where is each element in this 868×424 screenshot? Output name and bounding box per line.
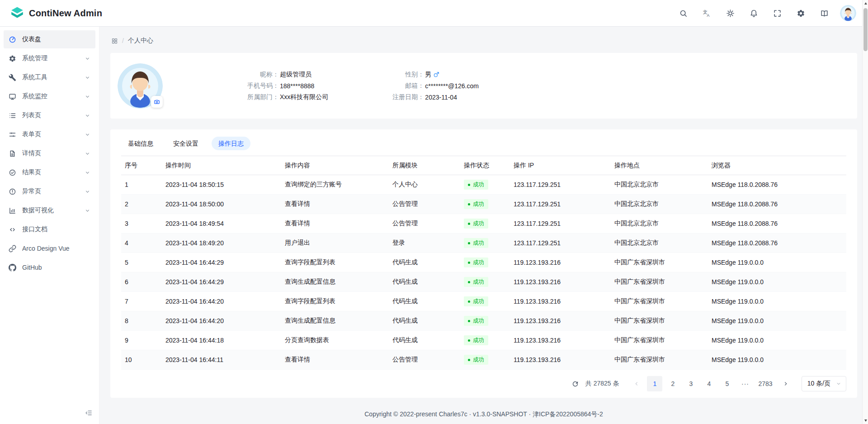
sidebar-item-api-docs[interactable]: 接口文档 xyxy=(4,220,95,238)
status-dot xyxy=(468,339,470,342)
check-circle-icon xyxy=(9,169,16,176)
scroll-up-arrow[interactable] xyxy=(863,0,868,7)
main-content: / 个人中心 昵称：超级管理员手机号码：188****8888所属部门：Xxx科… xyxy=(99,27,868,424)
sidebar-item-dashboard[interactable]: 仪表盘 xyxy=(4,30,95,48)
sidebar-item-system-monitor[interactable]: 系统监控 xyxy=(4,87,95,105)
status-dot xyxy=(468,242,470,244)
next-page-button[interactable] xyxy=(778,376,793,391)
cell: 分页查询数据表 xyxy=(281,331,389,350)
cell-status: 成功 xyxy=(460,195,510,214)
cell: 中国北京北京市 xyxy=(611,214,708,233)
sidebar-item-label: 列表页 xyxy=(22,111,41,119)
chevron-down-icon xyxy=(85,170,90,176)
status-text: 成功 xyxy=(473,260,484,266)
translate-button[interactable]: 文A xyxy=(699,5,714,21)
change-avatar-button[interactable] xyxy=(151,96,163,108)
cell: 中国北京北京市 xyxy=(611,195,708,214)
cell: MSEdge 118.0.2088.76 xyxy=(708,175,846,195)
cell: 中国北京北京市 xyxy=(611,175,708,195)
sidebar-item-github[interactable]: GitHub xyxy=(4,258,95,276)
profile-info: 昵称：超级管理员手机号码：188****8888所属部门：Xxx科技有限公司性别… xyxy=(237,69,479,103)
theme-toggle-button[interactable] xyxy=(722,5,738,21)
refresh-icon[interactable] xyxy=(571,380,579,388)
sidebar-item-label: 仪表盘 xyxy=(22,35,41,43)
profile-field-value: 超级管理员 xyxy=(280,71,311,79)
page-button-2[interactable]: 2 xyxy=(665,376,680,391)
column-header: 操作地点 xyxy=(611,156,708,175)
page-scrollbar[interactable] xyxy=(862,0,868,424)
profile-field-label: 手机号码： xyxy=(237,82,279,90)
page-size-select[interactable]: 10 条/页 xyxy=(802,376,846,391)
cell-status: 成功 xyxy=(460,175,510,195)
fullscreen-button[interactable] xyxy=(769,5,785,21)
sidebar-item-label: 系统工具 xyxy=(22,73,47,81)
gear-icon xyxy=(797,9,805,18)
sidebar-item-system-tools[interactable]: 系统工具 xyxy=(4,68,95,86)
cell: 中国广东省深圳市 xyxy=(611,331,708,350)
sidebar-item-arco-design-vue[interactable]: Arco Design Vue xyxy=(4,239,95,257)
profile-field: 手机号码：188****8888 xyxy=(237,80,328,91)
cell: MSEdge 118.0.2088.76 xyxy=(708,195,846,214)
column-header: 操作内容 xyxy=(281,156,389,175)
status-badge: 成功 xyxy=(464,219,488,229)
topbar: ContiNew Admin 文A xyxy=(0,0,868,27)
cell: 代码生成 xyxy=(389,311,460,331)
status-text: 成功 xyxy=(473,221,484,227)
sidebar-item-label: 表单页 xyxy=(22,130,41,138)
pagination-total: 共 27825 条 xyxy=(585,380,619,388)
info-circle-icon xyxy=(9,188,16,195)
user-avatar-button[interactable] xyxy=(840,5,856,21)
cell: 中国广东省深圳市 xyxy=(611,292,708,311)
pager: 12345···2783 xyxy=(629,376,793,391)
cell-status: 成功 xyxy=(460,292,510,311)
cell-status: 成功 xyxy=(460,331,510,350)
apps-icon[interactable] xyxy=(111,38,118,44)
scroll-down-arrow[interactable] xyxy=(863,417,868,424)
sidebar-item-detail-pages[interactable]: 详情页 xyxy=(4,144,95,162)
sidebar-item-list-pages[interactable]: 列表页 xyxy=(4,106,95,124)
settings-button[interactable] xyxy=(793,5,808,21)
docs-button[interactable] xyxy=(816,5,832,21)
svg-text:A: A xyxy=(707,13,709,18)
sidebar-collapse-button[interactable] xyxy=(84,408,94,418)
cell: MSEdge 119.0.0.0 xyxy=(708,292,846,311)
cell: 查看详情 xyxy=(281,214,389,233)
cell: 2023-11-04 16:44:20 xyxy=(162,311,281,331)
chevron-left-icon xyxy=(633,381,640,387)
status-text: 成功 xyxy=(473,182,484,188)
page-button-3[interactable]: 3 xyxy=(683,376,698,391)
profile-avatar[interactable] xyxy=(118,63,163,109)
chevron-down-icon xyxy=(836,381,841,386)
profile-info-column: 性别：男邮箱：c********@126.com注册日期：2023-11-04 xyxy=(382,69,479,103)
prev-page-button[interactable] xyxy=(629,376,644,391)
sidebar-item-exception-pages[interactable]: 异常页 xyxy=(4,182,95,200)
sidebar-item-data-visualization[interactable]: 数据可视化 xyxy=(4,201,95,219)
sidebar-item-system-management[interactable]: 系统管理 xyxy=(4,49,95,67)
app-logo[interactable]: ContiNew Admin xyxy=(10,6,102,20)
page-button-5[interactable]: 5 xyxy=(719,376,735,391)
operation-log-card: 基础信息安全设置操作日志 序号操作时间操作内容所属模块操作状态操作 IP操作地点… xyxy=(110,129,857,398)
search-button[interactable] xyxy=(675,5,691,21)
page-button-2783[interactable]: 2783 xyxy=(755,376,775,391)
sidebar: 仪表盘系统管理系统工具系统监控列表页表单页详情页结果页异常页数据可视化接口文档A… xyxy=(0,27,99,424)
page-ellipsis-button[interactable]: ··· xyxy=(737,376,753,391)
cell: 2023-11-04 16:44:20 xyxy=(162,292,281,311)
column-header: 序号 xyxy=(121,156,162,175)
notifications-button[interactable] xyxy=(746,5,761,21)
log-table-row: 42023-11-04 18:49:20用户退出登录成功123.117.129.… xyxy=(121,233,846,253)
status-dot xyxy=(468,184,470,186)
tab-operation-log[interactable]: 操作日志 xyxy=(212,137,250,150)
sidebar-item-result-pages[interactable]: 结果页 xyxy=(4,163,95,181)
cell: 代码生成 xyxy=(389,272,460,292)
tab-basic-info[interactable]: 基础信息 xyxy=(121,137,160,150)
page-button-1[interactable]: 1 xyxy=(647,376,662,391)
chevron-down-icon xyxy=(85,151,90,157)
wrench-icon xyxy=(9,74,16,81)
page-button-4[interactable]: 4 xyxy=(701,376,717,391)
scrollbar-thumb[interactable] xyxy=(863,8,868,51)
log-table-row: 22023-11-04 18:50:00查看详情公告管理成功123.117.12… xyxy=(121,195,846,214)
sidebar-item-form-pages[interactable]: 表单页 xyxy=(4,125,95,143)
tab-security-settings[interactable]: 安全设置 xyxy=(166,137,205,150)
app-title: ContiNew Admin xyxy=(29,8,102,19)
cell: 查询生成配置信息 xyxy=(281,311,389,331)
